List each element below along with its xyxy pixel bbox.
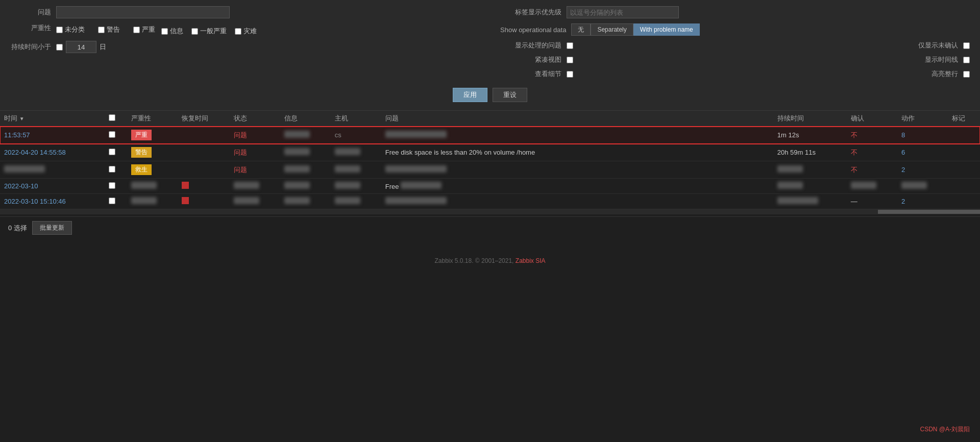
cell-recovery	[178, 179, 230, 194]
severity-label: 严重性	[10, 23, 51, 33]
cell-tags	[948, 161, 980, 179]
sev-unclassified[interactable]: 未分类	[56, 25, 85, 34]
cell-time: 2022-04-20 14:55:58	[0, 144, 105, 161]
cell-severity: 警告	[127, 144, 178, 161]
action-buttons: 应用 重设	[10, 88, 970, 102]
problem-input[interactable]	[56, 6, 230, 18]
cell-actions[interactable]: 2	[897, 194, 948, 209]
col-duration[interactable]: 持续时间	[773, 111, 847, 127]
cell-recovery	[178, 127, 230, 144]
col-status[interactable]: 状态	[230, 111, 280, 127]
col-host[interactable]: 主机	[331, 111, 381, 127]
sev-normal[interactable]: 一般严重	[191, 27, 227, 36]
col-recovery[interactable]: 恢复时间	[178, 111, 230, 127]
reset-button[interactable]: 重设	[493, 88, 527, 102]
table-row: 2022-03-10 15:10:46 — 2	[0, 194, 980, 209]
cell-actions[interactable]: 6	[897, 144, 948, 161]
cell-host	[331, 144, 381, 161]
watermark: CSDN @A-刘晨阳	[920, 425, 970, 434]
col-info[interactable]: 信息	[280, 111, 331, 127]
cell-status: 问题	[230, 127, 280, 144]
cell-severity	[127, 179, 178, 194]
tag-priority-input[interactable]	[567, 6, 679, 18]
cell-time: 2022-03-10 15:10:46	[0, 194, 105, 209]
show-resolved-checkbox[interactable]	[567, 42, 573, 49]
cell-duration: 1m 12s	[773, 127, 847, 144]
cell-problem	[381, 194, 773, 209]
severity-group: 未分类 警告 严重 信息	[56, 23, 257, 36]
cell-host	[331, 161, 381, 179]
cell-severity	[127, 194, 178, 209]
cell-duration	[773, 161, 847, 179]
footer: Zabbix 5.0.18. © 2001–2021, Zabbix SIA	[0, 249, 980, 273]
cell-recovery	[178, 194, 230, 209]
filter-panel: 问题 严重性 未分类 警告 严重	[0, 0, 980, 111]
cell-checkbox[interactable]	[105, 179, 127, 194]
show-op-data-label: Show operational data	[500, 26, 566, 34]
cell-host	[331, 179, 381, 194]
view-detail-label: 查看细节	[500, 69, 561, 79]
sev-severe[interactable]: 严重	[133, 25, 155, 34]
cell-ack	[847, 179, 897, 194]
show-timeline-checkbox[interactable]	[963, 57, 970, 63]
sev-info[interactable]: 信息	[161, 27, 183, 36]
view-detail-checkbox[interactable]	[567, 71, 573, 78]
compact-view-checkbox[interactable]	[567, 57, 573, 63]
cell-duration	[773, 194, 847, 209]
cell-problem	[381, 161, 773, 179]
sev-disaster[interactable]: 灾难	[235, 27, 257, 36]
cell-checkbox[interactable]	[105, 144, 127, 161]
cell-status	[230, 179, 280, 194]
highlight-row-checkbox[interactable]	[963, 71, 970, 78]
filter-left: 问题 严重性 未分类 警告 严重	[10, 6, 480, 84]
cell-checkbox[interactable]	[105, 161, 127, 179]
cell-host: cs	[331, 127, 381, 144]
col-ack[interactable]: 确认	[847, 111, 897, 127]
cell-ack: 不	[847, 161, 897, 179]
duration-checkbox[interactable]	[56, 44, 63, 51]
col-checkbox-header[interactable]	[105, 111, 127, 127]
footer-link[interactable]: Zabbix SIA	[516, 257, 546, 264]
cell-severity: 救生	[127, 161, 178, 179]
cell-tags	[948, 179, 980, 194]
cell-recovery	[178, 161, 230, 179]
op-btn-none[interactable]: 无	[571, 23, 591, 36]
col-actions[interactable]: 动作	[897, 111, 948, 127]
show-unack-label: 仅显示未确认	[897, 41, 958, 50]
cell-duration: 20h 59m 11s	[773, 144, 847, 161]
duration-input[interactable]	[66, 41, 96, 53]
col-time[interactable]: 时间 ▼	[0, 111, 105, 127]
col-problem[interactable]: 问题	[381, 111, 773, 127]
cell-recovery	[178, 144, 230, 161]
show-resolved-label: 显示处理的问题	[500, 41, 561, 50]
duration-unit: 日	[100, 42, 106, 52]
table-wrapper: 时间 ▼ 严重性 恢复时间 状态 信息 主机 问题 持续时间 确认 动作 标记	[0, 111, 980, 209]
cell-info	[280, 194, 331, 209]
cell-problem: Free	[381, 179, 773, 194]
cell-status	[230, 194, 280, 209]
sort-arrow: ▼	[19, 116, 24, 121]
cell-ack: —	[847, 194, 897, 209]
batch-update-button[interactable]: 批量更新	[32, 221, 72, 235]
op-btn-separately[interactable]: Separately	[591, 23, 633, 36]
compact-view-label: 紧凑视图	[500, 55, 561, 64]
cell-actions[interactable]: 8	[897, 127, 948, 144]
duration-row: 日	[56, 41, 106, 53]
cell-checkbox[interactable]	[105, 194, 127, 209]
cell-ack: 不	[847, 127, 897, 144]
cell-duration	[773, 179, 847, 194]
bottom-bar: 0 选择 批量更新	[0, 216, 980, 239]
select-count: 0 选择	[8, 224, 27, 233]
cell-actions[interactable]: 2	[897, 161, 948, 179]
op-btn-with-problem[interactable]: With problem name	[633, 23, 700, 36]
table-row: 11:53:57 严重 问题 cs 1m 12s 不 8	[0, 127, 980, 144]
col-severity[interactable]: 严重性	[127, 111, 178, 127]
cell-checkbox[interactable]	[105, 127, 127, 144]
cell-time	[0, 161, 105, 179]
apply-button[interactable]: 应用	[453, 88, 487, 102]
cell-tags	[948, 144, 980, 161]
col-tags[interactable]: 标记	[948, 111, 980, 127]
cell-tags	[948, 127, 980, 144]
show-unack-checkbox[interactable]	[963, 42, 970, 49]
sev-warning[interactable]: 警告	[98, 25, 120, 34]
